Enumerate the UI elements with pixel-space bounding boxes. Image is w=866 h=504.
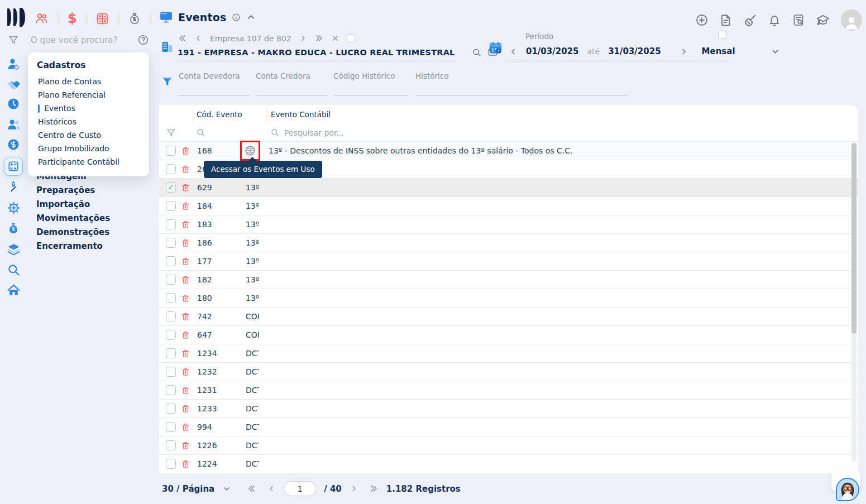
events-in-use-icon[interactable]: [244, 145, 256, 157]
clients-icon[interactable]: [35, 11, 49, 26]
filter-field[interactable]: Histórico: [415, 70, 628, 96]
period-mode-dropdown-icon[interactable]: [771, 47, 780, 56]
delete-icon[interactable]: [181, 330, 192, 340]
row-checkbox[interactable]: [166, 311, 176, 321]
menu-item[interactable]: Plano de Contas: [28, 75, 149, 88]
delete-icon[interactable]: [181, 201, 192, 211]
page-size-dropdown-icon[interactable]: [222, 484, 231, 493]
sidebar-section[interactable]: Importação: [36, 199, 110, 213]
user-avatar[interactable]: [841, 9, 862, 31]
delete-icon[interactable]: [181, 257, 192, 266]
clear-company-icon[interactable]: [331, 34, 339, 42]
help-icon[interactable]: [137, 34, 149, 46]
delete-icon[interactable]: [181, 349, 192, 358]
row-checkbox[interactable]: [166, 275, 176, 285]
delete-icon[interactable]: [181, 367, 192, 377]
prev-company-icon[interactable]: [194, 34, 203, 42]
period-to[interactable]: 31/03/2025: [608, 46, 661, 56]
row-checkbox[interactable]: [166, 256, 176, 266]
delete-icon[interactable]: [181, 386, 192, 395]
delete-icon[interactable]: [181, 459, 192, 469]
delete-icon[interactable]: [181, 404, 192, 414]
gear-icon[interactable]: [7, 201, 21, 215]
sidebar-section[interactable]: Encerramento: [36, 241, 110, 255]
first-page-icon[interactable]: [247, 484, 256, 493]
row-checkbox[interactable]: [166, 293, 176, 303]
money-bag-blue-icon[interactable]: [7, 222, 20, 235]
prev-page-icon[interactable]: [267, 484, 276, 493]
delete-icon[interactable]: [181, 441, 192, 450]
row-checkbox[interactable]: [166, 367, 176, 377]
pen-icon[interactable]: [7, 180, 20, 193]
company-name[interactable]: 191 - EMPRESA - MAKRO EDUCA - LUCRO REAL…: [178, 48, 455, 57]
scrollbar-thumb[interactable]: [851, 143, 857, 334]
row-checkbox[interactable]: [166, 385, 176, 395]
prev-period-icon[interactable]: [509, 47, 518, 56]
next-page-icon[interactable]: [350, 484, 358, 493]
support-chat-avatar[interactable]: [836, 478, 859, 501]
period-checkbox[interactable]: [718, 31, 726, 39]
company-search-icon[interactable]: [472, 47, 482, 57]
row-checkbox[interactable]: [166, 201, 176, 211]
last-page-icon[interactable]: [369, 484, 379, 493]
filter-icon[interactable]: [8, 35, 19, 46]
global-search-input[interactable]: O que você procura?: [31, 35, 118, 45]
user-settings-icon[interactable]: [7, 57, 21, 71]
calculator-module-icon[interactable]: [4, 157, 23, 176]
delete-icon[interactable]: [181, 238, 192, 248]
clock-icon[interactable]: [7, 97, 20, 111]
company-checkbox[interactable]: [347, 34, 355, 42]
row-checkbox[interactable]: [166, 459, 176, 469]
calculator-icon[interactable]: [95, 12, 109, 26]
filter-field[interactable]: Conta Devedora: [179, 70, 250, 96]
delete-icon[interactable]: [181, 312, 192, 321]
app-logo[interactable]: [7, 8, 25, 27]
delete-icon[interactable]: [181, 423, 192, 432]
menu-item[interactable]: Eventos: [28, 102, 149, 115]
filter-field[interactable]: Conta Credora: [256, 70, 327, 96]
layers-icon[interactable]: [7, 242, 21, 256]
first-company-icon[interactable]: [178, 33, 187, 43]
row-checkbox[interactable]: [166, 164, 176, 174]
filter-field[interactable]: Código Histórico: [333, 70, 408, 96]
delete-icon[interactable]: [181, 146, 192, 156]
document-search-icon[interactable]: [792, 13, 805, 27]
column-header-code[interactable]: Cód. Evento: [193, 108, 267, 121]
next-period-icon[interactable]: [680, 47, 688, 56]
row-checkbox[interactable]: [166, 348, 176, 358]
broom-icon[interactable]: [743, 13, 757, 27]
document-icon[interactable]: [719, 13, 733, 27]
graduation-cap-icon[interactable]: [816, 13, 830, 27]
menu-item[interactable]: Plano Referencial: [28, 88, 149, 102]
search-module-icon[interactable]: [7, 263, 21, 277]
delete-icon[interactable]: [181, 275, 192, 285]
row-checkbox[interactable]: [166, 330, 176, 340]
event-search-input[interactable]: Pesquisar por...: [267, 128, 858, 137]
row-checkbox[interactable]: [166, 183, 176, 193]
code-search-icon[interactable]: [193, 128, 267, 137]
add-circle-icon[interactable]: [695, 13, 709, 27]
table-filter-icon[interactable]: [159, 128, 193, 138]
sidebar-section[interactable]: Demonstrações: [36, 227, 110, 241]
bell-icon[interactable]: [768, 13, 781, 27]
menu-item[interactable]: Centro de Custo: [28, 128, 149, 142]
info-icon[interactable]: [232, 13, 241, 22]
dollar-icon[interactable]: $: [68, 11, 77, 26]
handshake-icon[interactable]: [7, 78, 21, 92]
row-checkbox[interactable]: [166, 219, 176, 229]
delete-icon[interactable]: [181, 220, 192, 229]
sidebar-section[interactable]: Movimentações: [36, 213, 110, 227]
menu-item[interactable]: Grupo Imobilizado: [28, 142, 149, 155]
row-checkbox[interactable]: [166, 146, 176, 156]
page-size-label[interactable]: 30 / Página: [162, 484, 214, 494]
delete-icon[interactable]: [181, 294, 192, 303]
sidebar-section[interactable]: Preparações: [36, 185, 110, 199]
column-header-event[interactable]: Evento Contábil: [267, 108, 858, 121]
period-from[interactable]: 01/03/2025: [526, 46, 578, 56]
money-bag-icon[interactable]: [128, 12, 141, 25]
period-mode[interactable]: Mensal: [702, 46, 735, 56]
next-company-icon[interactable]: [299, 34, 307, 42]
row-checkbox[interactable]: [166, 404, 176, 414]
home-icon[interactable]: [7, 284, 21, 297]
last-company-icon[interactable]: [314, 33, 324, 43]
